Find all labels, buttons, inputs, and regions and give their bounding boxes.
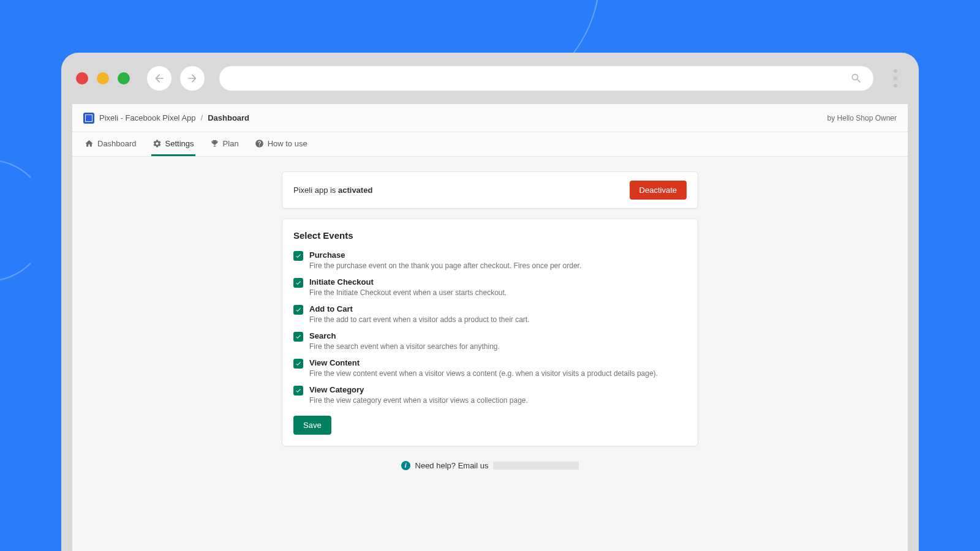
checkbox-purchase[interactable] — [293, 251, 303, 261]
window-controls — [76, 72, 130, 84]
maximize-window-button[interactable] — [118, 72, 130, 84]
breadcrumb-separator: / — [201, 113, 203, 122]
check-icon — [295, 280, 301, 286]
checkbox-view-content[interactable] — [293, 359, 303, 369]
browser-menu-button[interactable] — [887, 69, 904, 88]
deactivate-button[interactable]: Deactivate — [630, 181, 687, 200]
event-desc: Fire the Initiate Checkout event when a … — [309, 288, 507, 297]
info-icon: i — [401, 461, 410, 470]
event-label: View Category — [309, 385, 528, 394]
app-header: Pixeli - Facebook Pixel App / Dashboard … — [72, 104, 908, 132]
help-row: i Need help? Email us — [401, 461, 579, 470]
tab-how-to-use[interactable]: How to use — [254, 132, 309, 156]
status-prefix: Pixeli app is — [293, 186, 338, 195]
tab-label: Settings — [165, 139, 194, 148]
event-initiate-checkout: Initiate Checkout Fire the Initiate Chec… — [293, 277, 687, 297]
event-desc: Fire the search event when a visitor sea… — [309, 342, 500, 351]
app-logo-icon — [83, 113, 94, 124]
event-label: Initiate Checkout — [309, 277, 507, 287]
status-state: activated — [338, 186, 372, 195]
tab-label: Plan — [223, 139, 239, 148]
event-desc: Fire the view content event when a visit… — [309, 369, 658, 378]
event-label: Purchase — [309, 250, 581, 260]
question-icon — [255, 139, 264, 148]
event-label: Search — [309, 331, 500, 340]
attribution-text: by Hello Shop Owner — [827, 114, 897, 122]
decorative-curve — [0, 159, 49, 282]
minimize-window-button[interactable] — [97, 72, 109, 84]
check-icon — [295, 253, 301, 259]
check-icon — [295, 361, 301, 367]
tab-label: Dashboard — [97, 139, 137, 148]
back-button[interactable] — [147, 66, 172, 91]
arrow-right-icon — [186, 72, 198, 84]
tab-plan[interactable]: Plan — [209, 132, 240, 156]
event-view-content: View Content Fire the view content event… — [293, 358, 687, 378]
breadcrumb-current: Dashboard — [208, 113, 249, 122]
status-text: Pixeli app is activated — [293, 186, 372, 195]
arrow-left-icon — [153, 72, 165, 84]
event-label: View Content — [309, 358, 658, 367]
forward-button[interactable] — [180, 66, 205, 91]
home-icon — [85, 139, 94, 148]
event-desc: Fire the add to cart event when a visito… — [309, 315, 530, 324]
event-label: Add to Cart — [309, 304, 530, 313]
tab-settings[interactable]: Settings — [151, 132, 195, 156]
gear-icon — [153, 139, 162, 148]
app-content: Pixeli - Facebook Pixel App / Dashboard … — [72, 104, 908, 551]
search-icon — [850, 72, 862, 84]
event-desc: Fire the view category event when a visi… — [309, 396, 528, 405]
tab-label: How to use — [268, 139, 307, 148]
status-card: Pixeli app is activated Deactivate — [282, 171, 698, 209]
checkbox-search[interactable] — [293, 332, 303, 342]
help-text: Need help? Email us — [415, 461, 489, 470]
address-bar[interactable] — [219, 66, 873, 91]
breadcrumb: Pixeli - Facebook Pixel App / Dashboard — [83, 113, 249, 124]
events-title: Select Events — [293, 230, 687, 241]
event-desc: Fire the purchase event on the thank you… — [309, 261, 581, 270]
browser-window: Pixeli - Facebook Pixel App / Dashboard … — [61, 53, 919, 551]
check-icon — [295, 307, 301, 313]
events-card: Select Events Purchase Fire the purchase… — [282, 219, 698, 446]
event-add-to-cart: Add to Cart Fire the add to cart event w… — [293, 304, 687, 324]
event-purchase: Purchase Fire the purchase event on the … — [293, 250, 687, 270]
event-search: Search Fire the search event when a visi… — [293, 331, 687, 351]
checkbox-view-category[interactable] — [293, 386, 303, 395]
tab-dashboard[interactable]: Dashboard — [83, 132, 138, 156]
trophy-icon — [210, 139, 219, 148]
checkbox-initiate-checkout[interactable] — [293, 278, 303, 288]
main-content: Pixeli app is activated Deactivate Selec… — [72, 157, 908, 485]
tab-bar: Dashboard Settings Plan How to use — [72, 132, 908, 157]
event-view-category: View Category Fire the view category eve… — [293, 385, 687, 405]
checkbox-add-to-cart[interactable] — [293, 305, 303, 315]
close-window-button[interactable] — [76, 72, 88, 84]
check-icon — [295, 388, 301, 394]
breadcrumb-app-name[interactable]: Pixeli - Facebook Pixel App — [99, 113, 196, 122]
check-icon — [295, 334, 301, 340]
email-redacted — [493, 462, 579, 470]
browser-toolbar — [61, 53, 919, 104]
save-button[interactable]: Save — [293, 416, 331, 435]
